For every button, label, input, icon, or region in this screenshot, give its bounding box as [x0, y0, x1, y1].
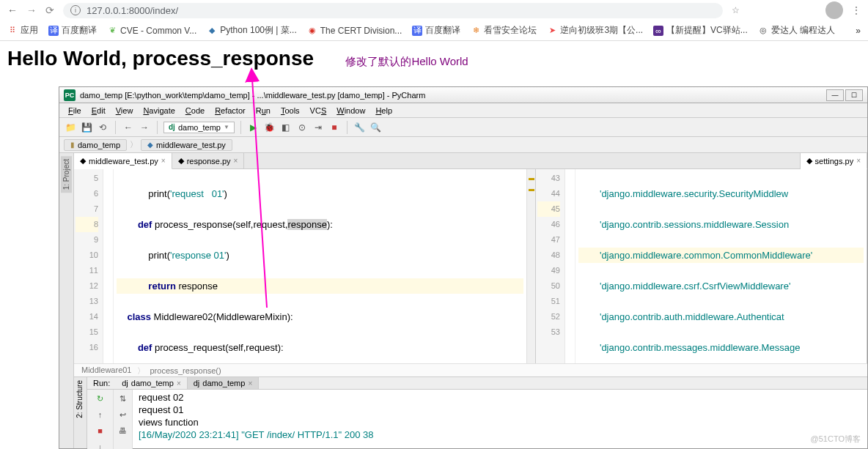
python-file-icon: ◆ [147, 141, 153, 149]
structure-tool-tab[interactable]: 2: Structure [74, 377, 85, 421]
annotation-label: 修改了默认的Hello World [345, 55, 468, 67]
python-file-icon: ◆ [806, 156, 812, 166]
bookmark-cert[interactable]: ◉The CERT Division... [307, 26, 402, 36]
run-tool-window: 2: Structure Run: djdamo_temp× djdamo_te… [74, 376, 867, 448]
nav-breadcrumb: ▮damo_temp 〉 ◆middleware_test.py [59, 137, 867, 153]
run-tab-1[interactable]: djdamo_temp× [116, 377, 188, 389]
stop-icon[interactable]: ■ [95, 425, 106, 437]
kebab-menu-icon[interactable]: ⋮ [852, 5, 861, 15]
menu-refactor[interactable]: Refactor [210, 105, 250, 116]
structure-breadcrumb[interactable]: Middleware01 process_response() [74, 363, 867, 376]
window-titlebar[interactable]: PC damo_temp [E:\python_work\temp\damo_t… [59, 87, 867, 103]
close-icon[interactable]: × [856, 157, 861, 165]
run-config-selector[interactable]: dj damo_temp ▼ [163, 122, 235, 133]
toolbar: 📁 💾 ⟲ ← → dj damo_temp ▼ ▶ 🐞 ◧ ⊙ ⇥ ■ 🔧 🔍 [59, 118, 867, 137]
folder-icon: ▮ [70, 141, 75, 149]
coverage-icon[interactable]: ◧ [279, 121, 293, 134]
window-title: damo_temp [E:\python_work\temp\damo_temp… [80, 91, 425, 100]
django-icon: dj [169, 123, 175, 131]
close-icon[interactable]: × [234, 157, 238, 165]
tab-response[interactable]: ◆response.py× [172, 153, 245, 168]
tab-settings[interactable]: ◆settings.py× [801, 153, 867, 169]
filter-icon[interactable]: ⇅ [117, 393, 129, 404]
forward-icon[interactable]: → [26, 4, 37, 16]
sync-icon[interactable]: ⟲ [96, 121, 109, 134]
gutter: 4344454647484950515253 [536, 169, 565, 363]
bookmark-baidu-translate[interactable]: 译百度翻译 [48, 24, 97, 37]
star-icon[interactable]: ☆ [732, 5, 740, 15]
nav-fwd-icon[interactable]: → [138, 121, 151, 134]
menu-code[interactable]: Code [181, 105, 209, 116]
print-icon[interactable]: 🖶 [117, 425, 129, 437]
menu-vcs[interactable]: VCS [306, 105, 331, 116]
rerun-icon[interactable]: ↻ [95, 393, 106, 404]
menu-window[interactable]: Window [332, 105, 369, 116]
close-icon[interactable]: × [161, 157, 166, 165]
project-tool-tab[interactable]: 1: Project [61, 156, 72, 193]
open-icon[interactable]: 📁 [64, 121, 77, 134]
leaf-icon: ❦ [107, 26, 117, 36]
editor-left[interactable]: 5678910111213141516 print('request 01') … [74, 169, 536, 363]
code-area[interactable]: print('request 01') def process_response… [114, 169, 526, 363]
close-icon[interactable]: × [177, 379, 181, 387]
watermark: @51CTO博客 [811, 434, 861, 445]
menu-file[interactable]: File [64, 105, 86, 116]
django-icon: dj [194, 379, 200, 387]
apps-grid-icon: ⠿ [7, 26, 18, 36]
down-icon[interactable]: ↓ [95, 441, 106, 449]
menu-help[interactable]: Help [371, 105, 397, 116]
bookmark-aidaren[interactable]: ◎爱达人 编程达人 [758, 24, 835, 37]
menu-view[interactable]: View [111, 105, 138, 116]
address-bar[interactable]: i 127.0.0.1:8000/index/ [63, 3, 723, 18]
debug-button[interactable]: 🐞 [263, 121, 276, 134]
maximize-button[interactable]: ☐ [845, 89, 863, 101]
run-tab-2[interactable]: djdamo_temp× [188, 377, 260, 389]
bookmark-python100[interactable]: ◆Python 100例 | 菜... [207, 24, 297, 37]
profile-avatar[interactable] [825, 1, 843, 19]
menu-edit[interactable]: Edit [87, 105, 110, 116]
apps-shortcut[interactable]: ⠿应用 [7, 24, 38, 37]
editor-right[interactable]: 4344454647484950515253 'django.middlewar… [536, 169, 867, 363]
search-icon[interactable]: 🔍 [369, 121, 383, 134]
menu-navigate[interactable]: Navigate [139, 105, 179, 116]
tab-middleware-test[interactable]: ◆middleware_test.py× [74, 153, 172, 169]
bookmark-baidu-translate-2[interactable]: 译百度翻译 [412, 24, 460, 37]
profiler-icon[interactable]: ⊙ [295, 121, 309, 134]
up-icon[interactable]: ↑ [95, 409, 106, 420]
fanyi-icon: 译 [412, 26, 422, 36]
reload-icon[interactable]: ⟳ [45, 4, 54, 16]
code-area[interactable]: 'django.middleware.security.SecurityMidd… [575, 169, 867, 363]
site-info-icon[interactable]: i [70, 5, 81, 15]
bookmark-xtd[interactable]: ∞【新提醒】VC驿站... [653, 24, 748, 37]
fanyi-icon: 译 [48, 26, 59, 36]
pycharm-icon: PC [64, 89, 76, 101]
bookmark-kanxue[interactable]: ❄看雪安全论坛 [471, 24, 537, 37]
cert-icon: ◉ [307, 26, 317, 36]
console-output[interactable]: request 02 request 01 views function [16… [133, 390, 867, 449]
url-text: 127.0.0.1:8000/index/ [87, 5, 178, 16]
nav-back-icon[interactable]: ← [122, 121, 135, 134]
stop-button[interactable]: ■ [328, 121, 341, 134]
menu-run[interactable]: Run [251, 105, 275, 116]
bookmarks-overflow[interactable]: » [856, 26, 861, 36]
snow-icon: ❄ [471, 26, 481, 36]
run-button[interactable]: ▶ [247, 121, 260, 134]
save-icon[interactable]: 💾 [80, 121, 93, 134]
close-icon[interactable]: × [248, 379, 252, 387]
settings-icon[interactable]: 🔧 [353, 121, 367, 134]
back-icon[interactable]: ← [7, 4, 18, 16]
page-heading: Hello World, process_response [7, 47, 314, 70]
menu-tools[interactable]: Tools [276, 105, 304, 116]
bookmark-cve[interactable]: ❦CVE - Common V... [107, 26, 196, 36]
minimize-button[interactable]: — [826, 89, 844, 101]
crumb-root[interactable]: ▮damo_temp [64, 139, 127, 151]
wrap-icon[interactable]: ↩ [117, 409, 129, 420]
marker-bar[interactable] [526, 169, 535, 363]
python-file-icon: ◆ [178, 156, 184, 166]
crumb-file[interactable]: ◆middleware_test.py [141, 139, 232, 151]
python-file-icon: ◆ [80, 156, 86, 166]
attach-icon[interactable]: ⇥ [312, 121, 325, 134]
target-icon: ◎ [758, 26, 768, 36]
bookmark-nixiang[interactable]: ➤逆向初级班3期【公... [547, 24, 643, 37]
django-icon: dj [122, 379, 128, 387]
